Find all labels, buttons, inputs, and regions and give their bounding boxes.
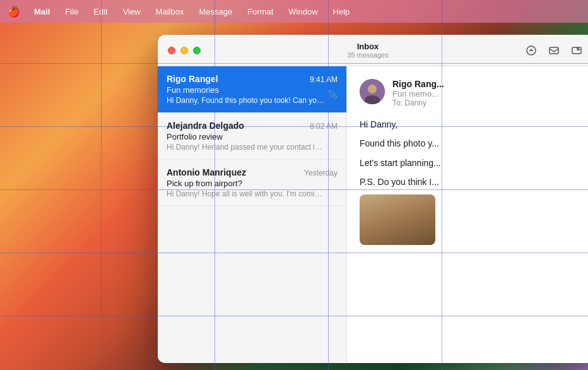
grid-line-h1 [0,63,588,64]
attachment-icon-1: 📎 [328,90,338,99]
maximize-button[interactable] [193,47,201,54]
inbox-title: Inbox [211,42,525,51]
menu-mail[interactable]: Mail [28,6,56,18]
detail-info: Rigo Rang... Fun memo... To: Danny [392,79,580,107]
message-list-panel[interactable]: Rigo Rangel 9:41 AM Fun memories Hi Dann… [158,66,347,363]
message-item-1[interactable]: Rigo Rangel 9:41 AM Fun memories Hi Dann… [158,66,346,113]
time-3: Yesterday [304,169,338,177]
menu-message[interactable]: Message [192,6,238,18]
menu-file[interactable]: File [59,6,85,18]
grid-line-h4 [0,253,588,253]
compose-icon[interactable] [570,44,583,57]
menu-help[interactable]: Help [327,6,356,18]
filter-icon[interactable] [525,44,538,57]
grid-line-v2 [215,0,215,370]
subject-1: Fun memories [167,85,338,95]
message-item-2[interactable]: Alejandra Delgado 8:02 AM Portfolio revi… [158,113,346,160]
grid-line-v3 [328,0,329,370]
body-line-2: Found this photo y... [360,136,580,150]
mailbox-icon[interactable] [548,44,560,57]
detail-body: Hi Danny, Found this photo y... Let's st… [360,117,580,245]
message-item-3[interactable]: Antonio Manriquez Yesterday Pick up from… [158,160,346,206]
avatar [360,79,385,104]
preview-3: Hi Danny! Hope all is well with you. I'm… [167,189,324,198]
time-1: 9:41 AM [310,75,338,84]
message-header-1: Rigo Rangel 9:41 AM [167,74,338,84]
window-content: Rigo Rangel 9:41 AM Fun memories Hi Dann… [158,66,588,363]
menubar: 🍎 Mail File Edit View Mailbox Message Fo… [0,0,588,23]
apple-icon: 🍎 [8,6,20,18]
detail-subject-label: Fun memo... [392,89,580,98]
menu-format[interactable]: Format [241,6,279,18]
body-line-3: Let's start planning... [360,156,580,170]
sender-2: Alejandra Delgado [167,121,244,131]
menu-window[interactable]: Window [282,6,324,18]
grid-line-h2 [0,126,588,127]
body-line-1: Hi Danny, [360,117,580,131]
preview-1: Hi Danny, Found this photo you took! Can… [167,96,324,105]
traffic-lights [168,47,201,54]
message-header-3: Antonio Manriquez Yesterday [167,167,338,177]
subject-3: Pick up from airport? [167,179,338,188]
close-button[interactable] [168,47,175,54]
preview-2: Hi Danny! Herland passed me your contact… [167,143,324,152]
svg-rect-4 [572,47,581,54]
body-line-4: P.S. Do you think I... [360,175,580,189]
message-detail-panel: Rigo Rang... Fun memo... To: Danny Hi Da… [347,66,588,363]
sender-1: Rigo Rangel [167,74,218,84]
detail-sender-row: Rigo Rang... Fun memo... To: Danny [360,79,580,107]
minimize-button[interactable] [180,47,188,54]
apple-menu[interactable]: 🍎 [8,5,20,18]
grid-line-v1 [101,0,102,370]
svg-rect-3 [550,47,558,54]
grid-line-h5 [0,316,588,316]
menu-mailbox[interactable]: Mailbox [150,6,191,18]
detail-image [360,194,435,245]
sender-3: Antonio Manriquez [167,167,246,177]
detail-to: To: Danny [392,98,580,107]
menu-view[interactable]: View [117,6,147,18]
window-title-area: Inbox 35 messages [211,42,525,59]
message-header-2: Alejandra Delgado 8:02 AM [167,121,338,131]
message-count: 35 messages [211,51,525,59]
grid-line-v4 [442,0,442,370]
subject-2: Portfolio review [167,132,338,141]
mail-window: Inbox 35 messages [158,35,588,363]
toolbar-icons [525,44,583,57]
window-titlebar: Inbox 35 messages [158,35,588,66]
grid-line-h3 [0,189,588,190]
detail-sender-name: Rigo Rang... [392,79,580,89]
svg-point-6 [368,85,377,93]
